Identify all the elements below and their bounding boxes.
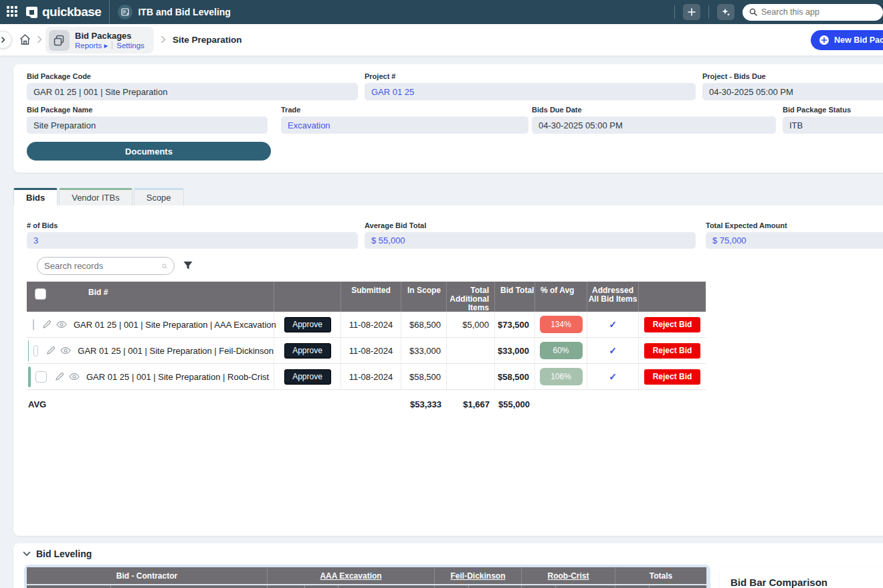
view-eye-icon[interactable] [60,347,71,355]
column-header-total-additional[interactable]: Total Additional Items [447,282,495,312]
documents-button[interactable]: Documents [27,142,271,161]
breadcrumb-bar: Bid Packages Reports ▸ Settings Site Pre… [0,24,883,56]
bids-panel-card: # of Bids 3 Average Bid Total $ 55,000 T… [13,205,883,536]
bid-leveling-panel: Bid - Contractor AAA Excavation Feil-Dic… [24,565,710,588]
row-accent-bar [28,340,29,361]
bid-record-link[interactable]: GAR 01 25 | 001 | Site Preparation | Fei… [78,346,274,356]
submitted-date: 11-08-2024 [341,312,401,337]
ai-sparkles-button[interactable] [717,4,734,20]
column-header-aaa-excavation[interactable]: AAA Excavation [268,567,435,584]
add-record-button[interactable] [683,4,700,20]
total-additional-amount[interactable] [447,364,495,389]
table-row: GAR 01 25 | 001 | Site Preparation | AAA… [27,312,706,338]
row-accent-bar [28,367,31,387]
column-header-reject [639,282,706,312]
reject-bid-button[interactable]: Reject Bid [644,343,700,359]
field-label: Bid Package Code [27,72,358,80]
approve-button[interactable]: Approve [284,343,331,359]
column-header-submitted[interactable]: Submitted [341,282,401,312]
tab-scope[interactable]: Scope [134,188,184,205]
edit-pencil-icon[interactable] [55,372,64,381]
field-label: Total Expected Amount [706,221,883,229]
reports-menu-link[interactable]: Reports ▸ [75,41,108,50]
approve-button[interactable]: Approve [284,369,331,385]
field-label: # of Bids [27,221,358,229]
column-header-bid[interactable]: Bid # [88,288,108,297]
search-records-input[interactable] [44,261,162,271]
row-checkbox[interactable] [33,345,38,357]
column-header-addressed[interactable]: Addressed All Bid Items [587,282,639,312]
column-header-bid-total[interactable]: Bid Total [495,282,535,312]
field-label: Bid Package Status [783,106,883,114]
bid-package-form-card: Bid Package Code GAR 01 25 | 001 | Site … [13,64,883,173]
reject-bid-button[interactable]: Reject Bid [644,317,700,332]
breadcrumb-table-name[interactable]: Bid Packages [75,31,144,41]
brand-name[interactable]: quickbase [42,5,101,19]
total-expected-amount-field: $ 75,000 [706,232,883,249]
avg-summary-row: AVG $53,333 $1,667 $55,000 [27,395,706,413]
bids-table: Bid # Submitted In Scope Total Additiona… [27,282,706,413]
column-header-roob-crist[interactable]: Roob-Crist [522,567,615,584]
project-bids-due-field: 04-30-2025 05:00 PM [702,83,883,100]
table-row: GAR 01 25 | 001 | Site Preparation | Roo… [27,364,706,390]
tab-vendor-itbs[interactable]: Vendor ITBs [59,188,132,205]
settings-link[interactable]: Settings [116,41,144,50]
edit-pencil-icon[interactable] [42,320,52,329]
column-header-actions [274,282,341,312]
approve-button[interactable]: Approve [284,317,331,332]
quickbase-logo-icon[interactable] [25,6,38,19]
tab-bids[interactable]: Bids [13,188,58,205]
trade-field[interactable]: Excavation [281,116,528,134]
total-additional-amount[interactable]: $5,000 [447,312,495,337]
bids-table-header: Bid # Submitted In Scope Total Additiona… [27,282,706,312]
view-eye-icon[interactable] [69,373,80,381]
search-icon [162,262,167,271]
app-icon[interactable] [118,5,132,19]
global-search-input[interactable] [761,7,862,17]
pill-divider [112,41,112,50]
bid-record-link[interactable]: GAR 01 25 | 001 | Site Preparation | Roo… [86,372,269,382]
in-scope-amount[interactable]: $58,500 [401,364,447,389]
filter-icon[interactable] [183,260,193,271]
navbar-right [666,0,883,24]
app-title[interactable]: ITB and Bid Leveling [138,7,230,17]
avg-in-scope: $53,333 [401,395,447,413]
field-label: Average Bid Total [365,221,696,229]
breadcrumb-table-pill[interactable]: Bid Packages Reports ▸ Settings [45,27,154,54]
sidebar-expand-button[interactable] [0,31,12,49]
avg-label: AVG [27,395,274,413]
new-bid-package-button[interactable]: New Bid Package [811,30,883,50]
table-row: GAR 01 25 | 001 | Site Preparation | Fei… [27,338,706,364]
field-label: Project - Bids Due [702,72,883,80]
in-scope-amount[interactable]: $68,500 [401,312,447,337]
column-header-bid-contractor: Bid - Contractor [27,567,268,584]
top-navbar: quickbase ITB and Bid Leveling [0,0,883,24]
breadcrumb-record-name: Site Preparation [173,35,242,45]
app-grid-icon[interactable] [7,6,19,18]
addressed-check-icon: ✓ [609,345,617,356]
search-records [37,257,175,275]
bids-due-date-field: 04-30-2025 05:00 PM [532,116,776,134]
column-header-pct-of-avg[interactable]: % of Avg [535,282,587,312]
bid-leveling-subheader-strip [27,584,706,588]
in-scope-amount[interactable]: $33,000 [401,338,447,363]
column-header-feil-dickinson[interactable]: Feil-Dickinson [435,567,522,584]
row-checkbox[interactable] [35,371,47,383]
bid-package-code-field: GAR 01 25 | 001 | Site Preparation [27,83,358,100]
collapse-chevron-icon[interactable] [23,551,31,557]
select-all-checkbox[interactable] [35,288,46,300]
home-icon[interactable] [19,33,31,46]
pct-of-avg-badge: 60% [540,342,583,359]
field-label: Project # [365,72,696,80]
project-number-field[interactable]: GAR 01 25 [365,83,696,100]
reject-bid-button[interactable]: Reject Bid [644,369,700,385]
view-eye-icon[interactable] [56,320,67,328]
submitted-date: 11-08-2024 [341,364,401,389]
bid-record-link[interactable]: GAR 01 25 | 001 | Site Preparation | AAA… [74,320,276,330]
breadcrumb-chevron-icon [37,35,42,43]
avg-bid-total: $55,000 [495,395,535,413]
total-additional-amount[interactable] [447,338,495,363]
edit-pencil-icon[interactable] [46,346,56,355]
column-header-in-scope[interactable]: In Scope [401,282,447,312]
row-checkbox[interactable] [33,319,34,330]
